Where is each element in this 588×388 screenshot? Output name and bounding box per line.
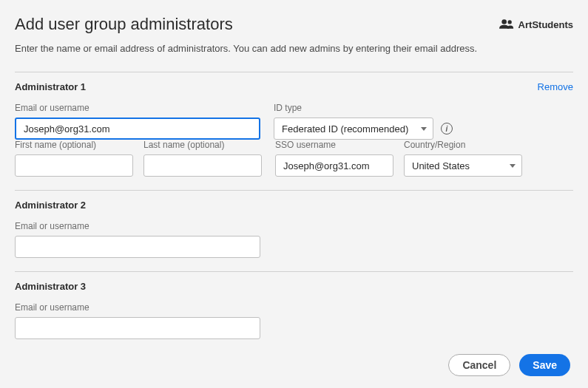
email-label-3: Email or username <box>15 302 573 313</box>
page-title: Add user group administrators <box>15 15 233 34</box>
last-name-label: Last name (optional) <box>143 140 262 150</box>
sso-username-label: SSO username <box>275 140 393 150</box>
group-name: ArtStudents <box>518 19 573 30</box>
admin-2-title: Administrator 2 <box>15 200 86 211</box>
first-name-input[interactable] <box>15 154 133 177</box>
last-name-input[interactable] <box>143 154 262 177</box>
save-button[interactable]: Save <box>519 354 570 376</box>
email-input[interactable] <box>15 118 260 140</box>
admin-section-1: Administrator 1 Remove Email or username… <box>15 72 573 177</box>
email-input-2[interactable] <box>15 236 260 258</box>
group-badge: ArtStudents <box>499 18 573 31</box>
country-label: Country/Region <box>404 140 522 150</box>
chevron-down-icon <box>510 164 516 168</box>
id-type-value: Federated ID (recommended) <box>282 123 408 135</box>
chevron-down-icon <box>421 127 427 131</box>
email-input-3[interactable] <box>15 317 260 339</box>
email-label: Email or username <box>15 103 260 113</box>
sso-username-input[interactable] <box>275 154 393 177</box>
admin-3-title: Administrator 3 <box>15 281 86 292</box>
button-row: Cancel Save <box>448 354 570 376</box>
group-icon <box>499 18 514 31</box>
svg-point-0 <box>501 19 507 24</box>
cancel-button[interactable]: Cancel <box>448 354 510 376</box>
country-select[interactable]: United States <box>404 154 522 177</box>
country-value: United States <box>412 160 470 171</box>
admin-section-2: Administrator 2 Email or username <box>15 190 573 258</box>
page-subtitle: Enter the name or email address of admin… <box>15 43 573 54</box>
info-icon[interactable]: i <box>441 123 453 135</box>
id-type-select[interactable]: Federated ID (recommended) <box>274 118 433 140</box>
id-type-label: ID type <box>274 103 573 113</box>
svg-point-1 <box>507 20 511 24</box>
remove-link[interactable]: Remove <box>538 81 573 92</box>
first-name-label: First name (optional) <box>15 140 133 150</box>
admin-1-title: Administrator 1 <box>15 81 86 92</box>
admin-section-3: Administrator 3 Email or username <box>15 271 573 339</box>
email-label-2: Email or username <box>15 221 573 231</box>
